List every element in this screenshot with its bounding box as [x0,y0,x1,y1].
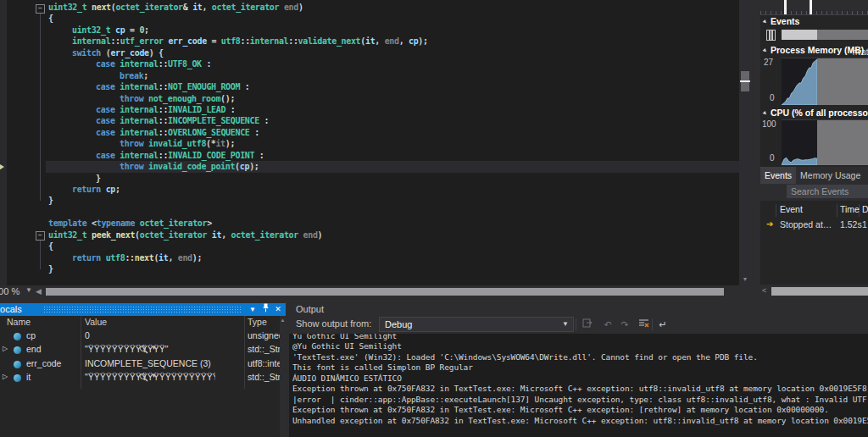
horizontal-scrollbar-thumb[interactable] [46,288,724,296]
window-position-dropdown-icon[interactable]: ▼ [247,303,259,316]
current-code-line[interactable]: throw invalid_code_point(cp); [46,161,739,172]
output-line[interactable]: @Yu Gothic UI Semilight [292,341,868,351]
word-wrap-icon[interactable]: ↵ [656,318,670,331]
locals-scrollbar[interactable]: ▲ [280,316,286,437]
text-visualizer-icon[interactable] [139,373,148,384]
code-line[interactable]: case internal::NOT_ENOUGH_ROOM : [46,81,739,92]
find-message-icon[interactable] [581,318,594,331]
locals-row[interactable]: err_codeINCOMPLETE_SEQUENCE (3)utf8::int… [0,357,280,371]
diagnostics-horizontal-scrollbar[interactable]: < [760,285,868,298]
timeline-marker[interactable] [784,0,787,14]
expander-icon[interactable]: ▷ [3,345,8,352]
diagnostics-timeline-ruler[interactable] [760,0,868,15]
column-header-time[interactable]: Time [840,204,860,214]
visualizer-dropdown-icon[interactable]: ▼ [151,373,157,379]
code-line[interactable]: uint32_t peek_next(octet_iterator it, oc… [46,230,739,241]
events-track[interactable] [782,30,868,40]
code-line[interactable]: } [46,195,739,206]
fold-collapse-icon[interactable]: − [36,4,45,14]
code-text-area[interactable]: uint32_t next(octet_iterator& it, octet_… [46,2,739,275]
time-cell[interactable]: 1.52s [840,219,862,230]
column-divider[interactable] [776,204,776,217]
text-visualizer-icon[interactable] [139,345,148,356]
scroll-left-arrow-icon[interactable]: < [762,286,766,295]
cpu-chart[interactable] [782,119,868,165]
variable-name[interactable]: end [26,344,42,354]
events-timeline-lane[interactable] [760,28,868,42]
code-line[interactable]: template <typename octet_iterator> [46,218,739,229]
expander-icon[interactable]: ▷ [3,373,8,380]
output-line[interactable]: |error | cinder::app::AppBase::executeLa… [292,395,868,405]
output-line[interactable]: Yu Gothic UI Semilight [292,334,868,341]
pin-icon[interactable] [259,303,271,316]
output-line[interactable]: ÁUDIO DINÂMICO ESTÁTICO [292,373,868,384]
code-line[interactable] [46,207,739,218]
search-events-input[interactable] [787,185,868,198]
locals-grid-header[interactable]: Name Value Type [0,316,280,329]
code-line[interactable]: uint32_t cp = 0; [46,25,739,36]
column-header-event[interactable]: Event [780,204,803,214]
code-line[interactable]: case internal::UTF8_OK : [46,58,739,69]
code-line[interactable]: case internal::OVERLONG_SEQUENCE : [46,127,739,138]
tab-cpu-usage[interactable]: CPU Usage [865,167,868,184]
breakpoint-gutter[interactable] [0,0,7,285]
tab-memory-usage[interactable]: Memory Usage [796,167,865,184]
event-row[interactable]: ➔Stopped at…1.52s1 [760,218,868,232]
column-header-name[interactable]: Name [7,317,31,327]
code-line[interactable]: throw invalid_utf8(*it); [46,138,739,149]
code-line[interactable]: internal::utf_error err_code = utf8::int… [46,36,739,47]
next-message-icon[interactable]: ↷ [618,318,632,331]
timeline-marker[interactable] [810,0,812,14]
scroll-up-arrow-icon[interactable]: ▲ [280,318,286,323]
code-line[interactable]: break; [46,70,739,81]
code-line[interactable]: case internal::INVALID_CODE_POINT : [46,150,739,161]
code-line[interactable]: } [46,173,739,184]
drag-handle-dots[interactable] [44,307,242,313]
column-header-type[interactable]: Type [248,317,267,327]
output-console[interactable]: Yu Gothic UI Semilight@Yu Gothic UI Semi… [289,334,868,437]
visualizer-dropdown-icon[interactable]: ▼ [151,345,157,351]
editor-vertical-scrollbar[interactable]: ▼ [739,0,751,285]
scroll-left-arrow-icon[interactable]: ◀ [36,287,42,296]
code-line[interactable]: switch (err_code) { [46,47,739,58]
variable-name[interactable]: cp [26,330,36,340]
memory-section-header[interactable]: ▼ Process Memory (MB) [760,43,868,57]
locals-title-bar[interactable]: Locals ▼ ✕ [0,303,286,316]
locals-row[interactable]: cp0unsigned [0,329,280,343]
output-source-combobox[interactable]: Debug ▼ [379,317,574,332]
variable-name[interactable]: it [26,372,31,382]
output-line[interactable]: 'TextTest.exe' (Win32): Loaded 'C:\Windo… [292,352,868,362]
variable-value[interactable]: "ŸŸŸŸŸŸŸŸŸŸŸŸŸŸŸŸŸŸŸŸŸŸŸŸŸŸŸŸŸŸŸ" [85,372,215,382]
events-table-header[interactable]: Event Time Duration [760,203,868,218]
previous-message-icon[interactable]: ↶ [601,318,615,331]
zoom-dropdown-icon[interactable]: ▼ [25,286,32,294]
event-cell[interactable]: Stopped at… [780,219,832,230]
column-divider[interactable] [837,204,837,217]
locals-row[interactable]: ▷it"ŸŸŸŸŸŸŸŸŸŸŸŸŸŸŸŸŸŸŸŸŸŸŸŸŸŸŸŸŸŸŸ"▼std… [0,371,280,384]
code-line[interactable]: return cp; [46,184,739,195]
code-line[interactable]: { [46,13,739,24]
locals-row[interactable]: ▷end"ŸŸŸŸŸŸŸŸŸŸŸŸŸ"▼std::_Strin [0,343,280,357]
code-line[interactable]: { [46,241,739,252]
cpu-section-header[interactable]: ▼ CPU (% of all processors) [760,106,868,119]
tab-events[interactable]: Events [760,167,796,184]
editor-zoom-level[interactable]: 100 % [0,286,19,296]
events-section-header[interactable]: ▼ Events [760,14,868,28]
variable-value[interactable]: 0 [85,330,215,340]
code-line[interactable]: } [46,263,739,274]
code-line[interactable]: throw not_enough_room(); [46,93,739,104]
clear-all-icon[interactable] [637,318,650,331]
horizontal-scrollbar-thumb[interactable] [771,287,868,296]
chevron-down-icon[interactable]: ▼ [562,318,569,331]
output-line[interactable]: This font is called Simplon BP Regular [292,362,868,373]
fold-collapse-icon[interactable]: − [36,231,45,241]
code-line[interactable]: case internal::INCOMPLETE_SEQUENCE : [46,115,739,126]
code-line[interactable]: return utf8::next(it, end); [46,252,739,263]
output-line[interactable]: Exception thrown at 0x750FA832 in TextTe… [292,405,868,415]
variable-value[interactable]: INCOMPLETE_SEQUENCE (3) [85,358,215,368]
code-line[interactable]: uint32_t next(octet_iterator& it, octet_… [46,2,739,13]
close-icon[interactable]: ✕ [272,303,284,316]
duration-cell[interactable]: 1 [862,219,867,230]
code-editor[interactable]: − − uint32_t next(octet_iterator& it, oc… [0,0,751,298]
variable-value[interactable]: "ŸŸŸŸŸŸŸŸŸŸŸŸŸ" [85,344,215,354]
